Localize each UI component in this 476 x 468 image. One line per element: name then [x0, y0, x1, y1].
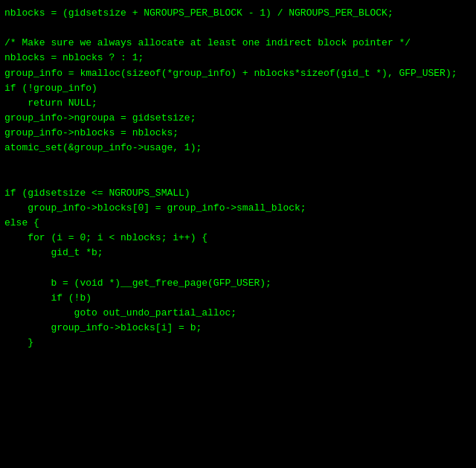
code-line-17 [4, 260, 472, 275]
code-line-19: if (!b) [4, 291, 472, 306]
code-line-10 [4, 156, 472, 170]
code-line-12: if (gidsetsize <= NGROUPS_SMALL) [4, 186, 472, 201]
code-line-14: else { [4, 216, 472, 231]
code-line-5: if (!group_info) [4, 81, 472, 96]
code-line-16: gid_t *b; [4, 246, 472, 260]
code-line-6: return NULL; [4, 96, 472, 111]
code-line-8: group_info->nblocks = nblocks; [4, 126, 472, 141]
code-line-4: group_info = kmalloc(sizeof(*group_info)… [4, 66, 472, 81]
code-line-3: nblocks = nblocks ? : 1; [4, 51, 472, 65]
code-line-2: /* Make sure we always allocate at least… [4, 36, 472, 51]
code-line-15: for (i = 0; i < nblocks; i++) { [4, 231, 472, 246]
code-line-11 [4, 171, 472, 186]
code-line-13: group_info->blocks[0] = group_info->smal… [4, 201, 472, 216]
code-line-20: goto out_undo_partial_alloc; [4, 306, 472, 321]
code-line-0: nblocks = (gidsetsize + NGROUPS_PER_BLOC… [4, 6, 472, 21]
code-line-21: group_info->blocks[i] = b; [4, 321, 472, 336]
code-line-9: atomic_set(&group_info->usage, 1); [4, 141, 472, 156]
code-editor: nblocks = (gidsetsize + NGROUPS_PER_BLOC… [0, 0, 476, 468]
code-line-18: b = (void *)__get_free_page(GFP_USER); [4, 276, 472, 291]
code-line-1 [4, 21, 472, 36]
code-line-7: group_info->ngroupa = gidsetsize; [4, 111, 472, 126]
code-line-22: } [4, 336, 472, 350]
